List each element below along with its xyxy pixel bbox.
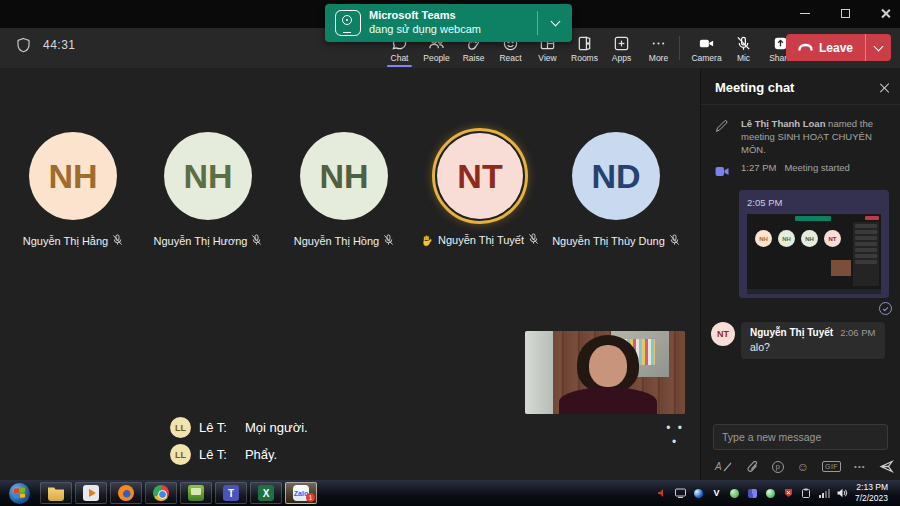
message-author: Nguyễn Thị Tuyết	[750, 327, 833, 338]
chat-close-button[interactable]	[878, 82, 890, 94]
excel-icon: X	[258, 485, 274, 501]
webcam-notification[interactable]: Microsoft Teams đang sử dụng webcam	[325, 4, 572, 42]
mic-muted-icon	[112, 234, 123, 248]
video-more-options-button[interactable]: • • •	[662, 421, 688, 449]
tray-action-center-icon[interactable]	[783, 488, 794, 499]
notification-badge: 1	[306, 493, 315, 502]
tray-clipboard-icon[interactable]	[801, 488, 812, 499]
participant-tile[interactable]: ND Nguyễn Thị Thùy Dung	[551, 132, 681, 248]
gif-icon: GIF	[822, 461, 841, 472]
caption-speaker: Lê T:	[199, 420, 227, 435]
tray-network-icon[interactable]	[819, 488, 830, 499]
folder-icon	[48, 485, 64, 501]
maximize-button[interactable]	[836, 4, 854, 22]
rooms-icon	[576, 35, 593, 52]
mic-button[interactable]: Mic	[725, 30, 762, 68]
mic-muted-icon	[669, 234, 680, 248]
camera-button[interactable]: Camera	[688, 30, 725, 68]
loop-component-button[interactable]: p	[772, 461, 784, 473]
mic-muted-icon	[528, 233, 539, 247]
chat-message-input[interactable]	[713, 424, 888, 450]
chat-image-message[interactable]: 2:05 PM NH NH NH NT	[739, 190, 889, 298]
format-button[interactable]: A	[715, 460, 733, 473]
meeting-chat-panel: Meeting chat Lê Thị Thanh Loan named the…	[700, 68, 900, 480]
caption-speaker: Lê T:	[199, 447, 227, 462]
taskbar-firefox[interactable]	[110, 482, 142, 504]
leave-button[interactable]: Leave	[786, 34, 865, 61]
clock-date: 7/2/2023	[855, 493, 888, 504]
tray-teams-icon[interactable]	[747, 488, 758, 499]
leave-options-button[interactable]	[865, 34, 891, 61]
mic-muted-icon	[251, 234, 262, 248]
firefox-icon	[118, 485, 134, 501]
taskbar-clock[interactable]: 2:13 PM 7/2/2023	[855, 482, 892, 504]
live-caption-line: LL Lê T: Mọi người.	[170, 417, 308, 438]
meeting-timer: 44:31	[43, 38, 76, 52]
windows-taskbar: T X Zalo1 V 2:13 PM 7/2/2023	[0, 480, 900, 506]
compose-more-button[interactable]: •••	[854, 462, 865, 471]
notification-expand-button[interactable]	[538, 4, 572, 42]
tray-display-icon[interactable]	[675, 488, 686, 499]
minimize-button[interactable]	[796, 4, 814, 22]
chat-event-rename: Lê Thị Thanh Loan named the meeting SINH…	[715, 118, 892, 156]
chat-event-meeting-started: 1:27 PMMeeting started	[715, 162, 892, 181]
teams-icon: T	[223, 485, 239, 501]
taskbar-explorer[interactable]	[40, 482, 72, 504]
tray-app-blue-icon[interactable]	[693, 488, 704, 499]
chat-image-thumbnail[interactable]: NH NH NH NT	[747, 214, 881, 294]
mic-muted-icon	[735, 35, 752, 52]
message-text: alo?	[750, 341, 876, 353]
participant-name: Nguyễn Thị Thùy Dung	[552, 235, 665, 247]
message-time: 2:06 PM	[840, 327, 875, 338]
participant-name: Nguyễn Thị Hương	[154, 235, 248, 247]
chat-message: NT Nguyễn Thị Tuyết2:06 PM alo?	[711, 322, 892, 359]
raised-hand-ring: NT	[432, 128, 528, 224]
event-text: Meeting started	[784, 162, 849, 173]
message-bubble[interactable]: Nguyễn Thị Tuyết2:06 PM alo?	[741, 322, 885, 359]
chevron-down-icon	[874, 41, 884, 51]
maximize-icon	[841, 9, 850, 18]
windows-logo-icon	[9, 483, 30, 504]
emoji-button[interactable]: ☺	[797, 460, 809, 474]
webcam-icon	[335, 10, 361, 36]
chat-panel-title: Meeting chat	[715, 80, 794, 95]
toolbar-divider	[679, 36, 680, 60]
apps-icon	[613, 35, 630, 52]
tray-ccleaner-icon[interactable]	[729, 488, 740, 499]
pencil-icon	[715, 120, 728, 133]
taskbar-teams[interactable]: T	[215, 482, 247, 504]
tab-apps[interactable]: Apps	[603, 30, 640, 68]
taskbar-chrome[interactable]	[145, 482, 177, 504]
attach-button[interactable]	[746, 460, 759, 473]
participant-tile[interactable]: NT Nguyễn Thị Tuyết	[415, 132, 545, 247]
caption-text: Phẩy.	[245, 447, 277, 462]
avatar: NH	[300, 132, 388, 220]
tab-more[interactable]: More	[640, 30, 677, 68]
taskbar-photos-app[interactable]	[180, 482, 212, 504]
video-camera-icon	[715, 166, 729, 177]
event-time: 1:27 PM	[741, 162, 776, 173]
taskbar-media-player[interactable]	[75, 482, 107, 504]
send-button[interactable]	[879, 459, 894, 474]
avatar: NH	[29, 132, 117, 220]
start-button[interactable]	[4, 481, 34, 505]
presenter-video-tile[interactable]	[525, 331, 685, 414]
tray-zalo-icon[interactable]	[765, 488, 776, 499]
chrome-icon	[153, 485, 169, 501]
close-button[interactable]	[876, 4, 894, 22]
taskbar-zalo[interactable]: Zalo1	[285, 482, 317, 504]
tray-vpn-icon[interactable]: V	[711, 488, 722, 499]
taskbar-excel[interactable]: X	[250, 482, 282, 504]
participant-tile[interactable]: NH Nguyễn Thị Hương	[143, 132, 273, 248]
participant-tile[interactable]: NH Nguyễn Thị Hằng	[8, 132, 138, 248]
message-time: 2:05 PM	[747, 197, 881, 208]
caption-avatar: LL	[170, 444, 191, 465]
tray-audio-icon[interactable]	[657, 488, 668, 499]
gif-button[interactable]: GIF	[822, 461, 841, 472]
photos-icon	[188, 485, 204, 501]
close-icon	[880, 8, 891, 19]
loop-icon: p	[772, 461, 784, 473]
participant-tile[interactable]: NH Nguyễn Thị Hồng	[279, 132, 409, 248]
tray-volume-icon[interactable]	[837, 488, 848, 499]
avatar: ND	[572, 132, 660, 220]
